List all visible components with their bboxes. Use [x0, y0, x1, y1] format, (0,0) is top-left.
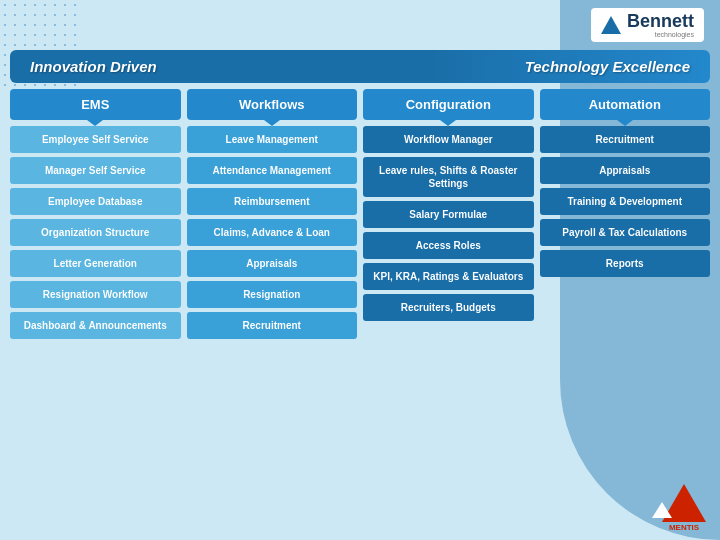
logo-area: Bennett technologies [591, 8, 704, 42]
banner: Innovation Driven Technology Excellence [10, 50, 710, 83]
cell-reports[interactable]: Reports [540, 250, 711, 277]
cell-recruiters-budgets[interactable]: Recruiters, Budgets [363, 294, 534, 321]
col-configuration: Workflow Manager Leave rules, Shifts & R… [363, 126, 534, 339]
cell-appraisals-auto[interactable]: Appraisals [540, 157, 711, 184]
tab-ems[interactable]: EMS [10, 89, 181, 120]
col-ems: Employee Self Service Manager Self Servi… [10, 126, 181, 339]
cell-access-roles[interactable]: Access Roles [363, 232, 534, 259]
cell-appraisals-workflows[interactable]: Appraisals [187, 250, 358, 277]
tab-automation[interactable]: Automation [540, 89, 711, 120]
cell-reimbursement[interactable]: Reimbursement [187, 188, 358, 215]
cell-claims-advance-loan[interactable]: Claims, Advance & Loan [187, 219, 358, 246]
tabs-row: EMS Workflows Configuration Automation [10, 89, 710, 120]
logo-company: Bennett [627, 11, 694, 31]
tab-configuration[interactable]: Configuration [363, 89, 534, 120]
cell-employee-database[interactable]: Employee Database [10, 188, 181, 215]
logo-box: Bennett technologies [591, 8, 704, 42]
cell-letter-generation[interactable]: Letter Generation [10, 250, 181, 277]
logo-sub: technologies [627, 31, 694, 38]
cell-training-development[interactable]: Training & Development [540, 188, 711, 215]
cell-salary-formulae[interactable]: Salary Formulae [363, 201, 534, 228]
cell-dashboard-announcements[interactable]: Dashboard & Announcements [10, 312, 181, 339]
logo-triangle-icon [601, 16, 621, 34]
banner-left: Innovation Driven [30, 58, 157, 75]
mentis-inner-icon [652, 502, 672, 518]
col-workflows: Leave Management Attendance Management R… [187, 126, 358, 339]
cell-kpi-kra[interactable]: KPI, KRA, Ratings & Evaluators [363, 263, 534, 290]
mentis-logo: MENTIS [662, 484, 706, 532]
cell-attendance-management[interactable]: Attendance Management [187, 157, 358, 184]
cell-resignation-workflow[interactable]: Resignation Workflow [10, 281, 181, 308]
cell-leave-management[interactable]: Leave Management [187, 126, 358, 153]
columns-area: Employee Self Service Manager Self Servi… [10, 126, 710, 339]
header: Bennett technologies [0, 0, 720, 46]
cell-leave-rules[interactable]: Leave rules, Shifts & Roaster Settings [363, 157, 534, 197]
mentis-label: MENTIS [662, 523, 706, 532]
col-automation: Recruitment Appraisals Training & Develo… [540, 126, 711, 339]
cell-manager-self-service[interactable]: Manager Self Service [10, 157, 181, 184]
cell-recruitment-auto[interactable]: Recruitment [540, 126, 711, 153]
cell-resignation-workflows[interactable]: Resignation [187, 281, 358, 308]
cell-employee-self-service[interactable]: Employee Self Service [10, 126, 181, 153]
cell-organization-structure[interactable]: Organization Structure [10, 219, 181, 246]
cell-recruitment-workflows[interactable]: Recruitment [187, 312, 358, 339]
banner-right: Technology Excellence [525, 58, 690, 75]
cell-payroll-tax[interactable]: Payroll & Tax Calculations [540, 219, 711, 246]
cell-workflow-manager[interactable]: Workflow Manager [363, 126, 534, 153]
tab-workflows[interactable]: Workflows [187, 89, 358, 120]
